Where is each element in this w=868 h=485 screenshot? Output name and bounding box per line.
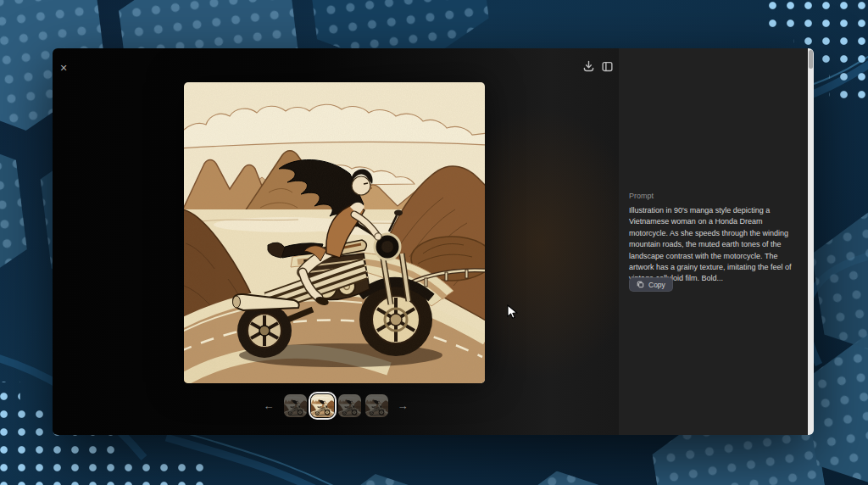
panel-toggle-icon <box>601 60 614 73</box>
scrollbar-thumb[interactable] <box>809 50 813 69</box>
carousel-thumbnails <box>284 394 388 417</box>
thumbnail-image <box>338 394 361 417</box>
close-icon: ✕ <box>59 63 67 73</box>
thumbnail-image <box>284 394 307 417</box>
carousel-next-button[interactable]: → <box>396 399 410 412</box>
carousel-thumbnail-4[interactable] <box>365 394 388 417</box>
prompt-text: Illustration in 90's manga style depicti… <box>629 205 798 285</box>
thumbnail-image <box>311 394 334 417</box>
carousel-thumbnail-2[interactable] <box>311 394 334 417</box>
details-panel: Prompt Illustration in 90's manga style … <box>619 48 808 435</box>
media-area: ✕ ← <box>53 48 619 435</box>
image-carousel: ← → <box>53 394 619 417</box>
viewer-toolbar <box>582 60 614 73</box>
left-arrow-icon: ← <box>264 399 275 412</box>
copy-button-label: Copy <box>648 281 665 289</box>
download-button[interactable] <box>582 60 595 73</box>
carousel-prev-button[interactable]: ← <box>262 399 276 412</box>
close-button[interactable]: ✕ <box>56 60 71 75</box>
generated-image[interactable] <box>184 82 485 383</box>
carousel-thumbnail-3[interactable] <box>338 394 361 417</box>
copy-button[interactable]: Copy <box>629 277 673 292</box>
desktop-background: ✕ ← <box>0 0 868 485</box>
image-viewer-modal: ✕ ← <box>53 48 814 435</box>
sepia-motorcycle-illustration <box>184 82 485 383</box>
prompt-label: Prompt <box>629 192 654 200</box>
scrollbar[interactable] <box>808 48 814 435</box>
panel-toggle-button[interactable] <box>601 60 614 73</box>
download-icon <box>582 60 595 73</box>
right-arrow-icon: → <box>398 399 409 412</box>
thumbnail-image <box>365 394 388 417</box>
copy-icon <box>637 281 644 288</box>
carousel-thumbnail-1[interactable] <box>284 394 307 417</box>
